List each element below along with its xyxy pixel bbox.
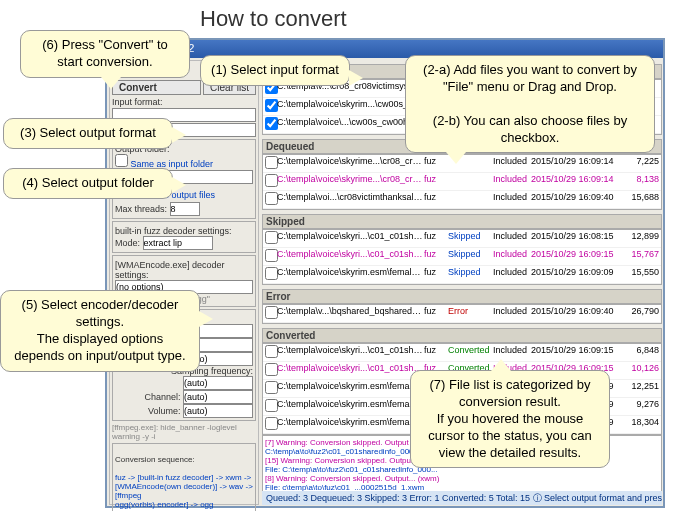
row-path: C:\templa\voice\skyrime...\cr08_cr08hell…	[277, 156, 424, 171]
row-date: 2015/10/29 16:09:14	[531, 156, 621, 171]
row-status	[448, 174, 493, 189]
row-path: C:\templa\voice\skyrim.esm\female...\cr0…	[277, 267, 424, 282]
row-path: C:\templa\voice\skyri...\c01_c01sharedin…	[277, 363, 424, 378]
row-ext: fuz	[424, 267, 448, 282]
row-included: Included	[493, 306, 531, 321]
row-path: C:\templa\voice\skyrim.esm\female...\cr0…	[277, 381, 424, 396]
row-ext: fuz	[424, 174, 448, 189]
list-skipped: C:\templa\voice\skyri...\c01_c01sharedin…	[262, 229, 662, 285]
row-ext: fuz	[424, 345, 448, 360]
row-size: 7,225	[621, 156, 659, 171]
row-path: C:\templa\v...\bqshared_bqsharedsharedin…	[277, 306, 424, 321]
row-size: 18,304	[621, 417, 659, 432]
table-row[interactable]: C:\templa\voi...\cr08victimthanksalias_0…	[263, 191, 661, 209]
callout-2-add-files: (2-a) Add files you want to convert by "…	[405, 55, 655, 153]
wma-decoder-label: [WMAEncode.exe] decoder settings:	[115, 260, 253, 280]
row-ext: fuz	[424, 231, 448, 246]
row-date: 2015/10/29 16:09:14	[531, 174, 621, 189]
callout-1-input-format: (1) Select input format	[200, 55, 350, 86]
ffmpeg-line: [ffmpeg.exe]: hide_banner -loglevel warn…	[112, 423, 256, 441]
row-size: 8,138	[621, 174, 659, 189]
row-included: Included	[493, 249, 531, 264]
table-row[interactable]: C:\templa\voice\skyrim.esm\female...\cr0…	[263, 266, 661, 284]
same-as-input-checkbox[interactable]	[115, 154, 128, 167]
table-row[interactable]: C:\templa\voice\skyri...\c01_c01sharedin…	[263, 248, 661, 266]
row-path: C:\templa\voice\...\cw00s_cw00hello_000b…	[277, 117, 424, 132]
row-date: 2015/10/29 16:09:15	[531, 249, 621, 264]
row-path: C:\templa\voi...\cr08victimthanksalias_0…	[277, 192, 424, 207]
table-row[interactable]: C:\templa\voice\skyri...\c01_c01sharedin…	[263, 344, 661, 362]
row-size: 15,688	[621, 192, 659, 207]
row-ext: fuz	[424, 306, 448, 321]
row-size: 6,848	[621, 345, 659, 360]
sampling-select[interactable]	[183, 376, 253, 390]
row-included: Included	[493, 174, 531, 189]
row-size: 15,550	[621, 267, 659, 282]
fuz-decoder-label: built-in fuzz decoder settings:	[115, 226, 253, 236]
callout-6-convert: (6) Press "Convert" to start conversion.	[20, 30, 190, 78]
row-date: 2015/10/29 16:09:40	[531, 306, 621, 321]
row-size: 15,767	[621, 249, 659, 264]
row-path: C:\templa\voice\skyri...\c01_c01sharedin…	[277, 249, 424, 264]
volume-select[interactable]	[183, 404, 253, 418]
row-included: Included	[493, 231, 531, 246]
row-included: Included	[493, 192, 531, 207]
row-date: 2015/10/29 16:08:15	[531, 231, 621, 246]
page-title: How to convert	[200, 6, 347, 32]
table-row[interactable]: C:\templa\voice\skyri...\c01_c01sharedin…	[263, 230, 661, 248]
input-format-label: Input format:	[112, 97, 256, 107]
row-date: 2015/10/29 16:09:15	[531, 345, 621, 360]
row-status: Error	[448, 306, 493, 321]
section-error: Error	[262, 289, 662, 304]
row-size: 12,251	[621, 381, 659, 396]
row-size: 26,790	[621, 306, 659, 321]
max-threads-label: Max threads:	[115, 204, 167, 214]
table-row[interactable]: C:\templa\voice\skyrime...\cr08_cr08hell…	[263, 173, 661, 191]
mode-label: Mode:	[115, 238, 140, 248]
callout-3-output-format: (3) Select output format	[3, 118, 173, 149]
row-ext: fuz	[424, 249, 448, 264]
warning-line: [8] Warning: Conversion skipped. Output.…	[265, 474, 659, 483]
row-status: Converted	[448, 345, 493, 360]
row-path: C:\templa\voice\skyrim.esm\female...\cr0…	[277, 399, 424, 414]
seq-text: fuz -> [built-in fuzz decoder] -> xwm ->…	[115, 473, 253, 509]
callout-4-output-folder: (4) Select output folder	[3, 168, 173, 199]
row-included: Included	[493, 156, 531, 171]
row-size: 10,126	[621, 363, 659, 378]
row-status	[448, 192, 493, 207]
table-row[interactable]: C:\templa\v...\bqshared_bqsharedsharedin…	[263, 305, 661, 323]
callout-7-file-list: (7) File list is categorized by conversi…	[410, 370, 610, 468]
row-included: Included	[493, 345, 531, 360]
channel-label: Channel:	[144, 392, 180, 402]
channel-select[interactable]	[183, 390, 253, 404]
row-date: 2015/10/29 16:09:40	[531, 192, 621, 207]
row-status: Skipped	[448, 249, 493, 264]
row-size: 9,276	[621, 399, 659, 414]
max-threads-input[interactable]	[170, 202, 200, 216]
section-skipped: Skipped	[262, 214, 662, 229]
seq-label: Conversion sequence:	[115, 455, 253, 464]
callout-5-encoder-settings: (5) Select encoder/decoder settings. The…	[0, 290, 200, 372]
convert-button[interactable]: Convert	[112, 80, 201, 95]
row-ext: fuz	[424, 156, 448, 171]
row-path: C:\templa\voice\skyrim...\cw00s_cw00hell…	[277, 99, 424, 114]
section-converted: Converted	[262, 328, 662, 343]
row-path: C:\templa\voice\skyri...\c01_c01sharedin…	[277, 231, 424, 246]
row-status: Skipped	[448, 267, 493, 282]
row-path: C:\templa\voice\skyrime...\cr08_cr08hell…	[277, 174, 424, 189]
row-included: Included	[493, 267, 531, 282]
row-path: C:\templa\voice\skyrim.esm\female...\cr0…	[277, 417, 424, 432]
list-error: C:\templa\v...\bqshared_bqsharedsharedin…	[262, 304, 662, 324]
row-date: 2015/10/29 16:09:09	[531, 267, 621, 282]
mode-select[interactable]	[143, 236, 213, 250]
status-bar: Queued: 3 Dequeued: 3 Skipped: 3 Error: …	[262, 491, 662, 505]
row-path: C:\templa\voice\skyri...\c01_c01sharedin…	[277, 345, 424, 360]
row-status: Skipped	[448, 231, 493, 246]
row-size: 12,899	[621, 231, 659, 246]
volume-label: Volume:	[148, 406, 181, 416]
row-ext: fuz	[424, 192, 448, 207]
